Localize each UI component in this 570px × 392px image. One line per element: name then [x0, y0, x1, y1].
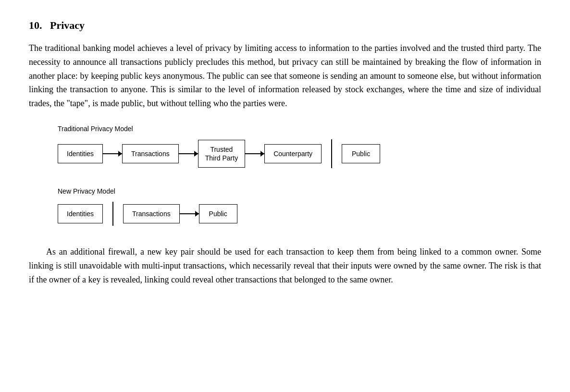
new-vertical-separator	[112, 202, 113, 226]
paragraph-2: As an additional firewall, a new key pai…	[29, 245, 541, 286]
traditional-model-row: Identities Transactions TrustedThird Par…	[58, 139, 541, 168]
section-heading: 10. Privacy	[29, 19, 541, 32]
trad-arrow-3	[245, 153, 264, 154]
trad-vertical-separator	[331, 139, 332, 168]
new-model-label: New Privacy Model	[58, 187, 541, 195]
trad-box-trusted: TrustedThird Party	[198, 140, 245, 168]
new-box-transactions: Transactions	[123, 204, 180, 223]
trad-arrow-2	[179, 153, 198, 154]
trad-box-public: Public	[342, 144, 380, 163]
trad-box-transactions: Transactions	[122, 144, 179, 163]
paragraph-1: The traditional banking model achieves a…	[29, 41, 541, 110]
trad-box-counterparty: Counterparty	[264, 144, 322, 163]
new-box-identities: Identities	[58, 204, 103, 223]
new-box-public: Public	[199, 204, 237, 223]
diagrams-container: Traditional Privacy Model Identities Tra…	[58, 125, 541, 226]
section-title: Privacy	[50, 19, 85, 31]
trad-arrow-1	[103, 153, 122, 154]
trad-box-identities: Identities	[58, 144, 103, 163]
traditional-model-label: Traditional Privacy Model	[58, 125, 541, 133]
section-number: 10.	[29, 19, 42, 31]
new-arrow-1	[180, 213, 199, 214]
new-model-row: Identities Transactions Public	[58, 202, 541, 226]
